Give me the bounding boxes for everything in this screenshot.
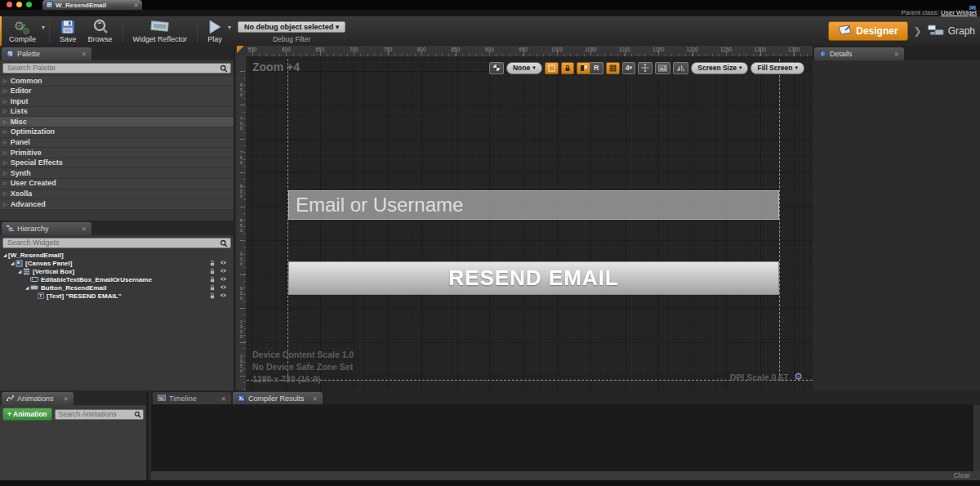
expander-icon[interactable]: ▷ bbox=[3, 106, 7, 117]
palette-category-special-effects[interactable]: ▷Special Effects bbox=[0, 158, 234, 169]
close-window-button[interactable] bbox=[7, 2, 12, 7]
clear-button[interactable]: Clear bbox=[954, 471, 970, 479]
expander-icon[interactable]: ▷ bbox=[3, 127, 7, 137]
palette-category-xsolla[interactable]: ▷Xsolla bbox=[0, 189, 234, 200]
outline-toggle-icon[interactable] bbox=[545, 62, 559, 74]
save-button[interactable]: Save bbox=[54, 16, 82, 46]
expander-icon[interactable]: ▷ bbox=[3, 96, 7, 107]
palette-category-user-created[interactable]: ▷User Created bbox=[0, 179, 234, 189]
hierarchy-row[interactable]: ◢[W_ResendEmail] bbox=[0, 251, 234, 259]
widget-reflector-button[interactable]: Widget Reflector bbox=[127, 16, 194, 46]
designer-canvas-area: 5506006507007508008509009501000105011001… bbox=[237, 46, 813, 390]
expander-icon[interactable]: ▷ bbox=[3, 158, 7, 168]
button-icon bbox=[30, 284, 38, 291]
lock-icon[interactable] bbox=[209, 292, 216, 301]
flip-icon[interactable] bbox=[673, 62, 688, 74]
tree-expander-icon[interactable]: ◢ bbox=[16, 269, 23, 274]
screen-size-dropdown[interactable]: Screen Size ▾ bbox=[691, 62, 748, 74]
hierarchy-item-label: [W_ResendEmail] bbox=[8, 252, 64, 259]
compile-button[interactable]: ⚙⚙✓ Compile bbox=[3, 16, 42, 46]
expander-icon[interactable]: ▷ bbox=[3, 189, 7, 199]
expander-icon[interactable]: ▷ bbox=[3, 76, 7, 87]
expander-icon[interactable]: ▷ bbox=[3, 199, 7, 210]
expander-icon[interactable]: ▷ bbox=[3, 86, 7, 96]
play-options-caret-icon[interactable]: ▾ bbox=[228, 24, 231, 31]
gear-icon[interactable]: ⚙ bbox=[794, 371, 803, 382]
expander-icon[interactable]: ▷ bbox=[3, 168, 7, 179]
palette-category-optimization[interactable]: ▷Optimization bbox=[0, 127, 234, 138]
palette-category-panel[interactable]: ▷Panel bbox=[0, 138, 234, 149]
close-palette-icon[interactable]: ✕ bbox=[81, 51, 87, 58]
ruler-tick-label: 600 bbox=[282, 47, 291, 52]
expander-icon[interactable]: ▷ bbox=[3, 178, 7, 189]
palette-icon bbox=[7, 50, 14, 59]
hierarchy-row[interactable]: ◢[Vertical Box] bbox=[0, 267, 234, 275]
hierarchy-search-input[interactable]: Search Widgets bbox=[2, 238, 231, 248]
fill-screen-dropdown[interactable]: Fill Screen ▾ bbox=[751, 62, 804, 74]
hierarchy-row[interactable]: ◢Button_ResendEmail bbox=[0, 283, 234, 292]
palette-category-misc[interactable]: ▷Misc bbox=[0, 117, 234, 127]
palette-category-input[interactable]: ▷Input bbox=[0, 96, 234, 107]
compiler-output-log[interactable] bbox=[151, 404, 973, 471]
designer-mode-button[interactable]: Designer bbox=[828, 21, 907, 41]
snap-lock-icon[interactable] bbox=[561, 62, 574, 74]
palette-category-label: Lists bbox=[11, 106, 28, 117]
parent-class-link[interactable]: User Widget bbox=[941, 9, 977, 16]
save-icon bbox=[60, 18, 76, 36]
preview-flag-icon[interactable] bbox=[489, 62, 504, 74]
debug-object-dropdown[interactable]: No debug object selected ▾ bbox=[238, 21, 345, 33]
minimize-window-button[interactable] bbox=[16, 2, 22, 7]
preview-editable-textbox[interactable]: Email or Username bbox=[288, 190, 779, 220]
tab-timeline[interactable]: Timeline ✕ bbox=[153, 392, 231, 405]
close-details-icon[interactable]: ✕ bbox=[893, 51, 899, 58]
palette-search-input[interactable]: Search Palette bbox=[2, 63, 231, 74]
browse-button[interactable]: Browse bbox=[82, 16, 118, 46]
preview-image-icon[interactable] bbox=[655, 62, 670, 74]
grid-icon[interactable] bbox=[606, 62, 620, 74]
tab-animations[interactable]: Animations ✕ bbox=[2, 392, 74, 405]
tab-palette[interactable]: Palette ✕ bbox=[2, 47, 91, 60]
eye-icon[interactable] bbox=[220, 292, 227, 301]
tree-expander-icon[interactable]: ◢ bbox=[2, 252, 8, 257]
tab-compiler-results[interactable]: Compiler Results ✕ bbox=[233, 392, 323, 405]
close-animations-icon[interactable]: ✕ bbox=[63, 395, 69, 403]
expander-icon[interactable]: ▷ bbox=[3, 148, 7, 158]
design-canvas[interactable]: Zoom +4 Email or Username RESEND EMAIL D… bbox=[247, 57, 813, 390]
hierarchy-row[interactable]: T[Text] "RESEND EMAIL" bbox=[0, 292, 234, 300]
expander-icon[interactable]: ▷ bbox=[3, 117, 7, 127]
hierarchy-row[interactable]: EditableTextBox_EmailOrUsername bbox=[0, 275, 234, 283]
tab-details[interactable]: i Details ✕ bbox=[814, 47, 904, 60]
palette-category-editor[interactable]: ▷Editor bbox=[0, 87, 234, 97]
palette-category-label: Misc bbox=[11, 117, 27, 127]
palette-category-advanced[interactable]: ▷Advanced bbox=[0, 199, 234, 210]
palette-category-common[interactable]: ▷Common bbox=[0, 76, 234, 87]
rotation-mode-button[interactable]: R bbox=[590, 62, 604, 74]
graph-mode-button[interactable]: Graph bbox=[928, 25, 975, 38]
palette-category-primitive[interactable]: ▷Primitive bbox=[0, 148, 234, 158]
palette-category-synth[interactable]: ▷Synth bbox=[0, 168, 234, 179]
hierarchy-row[interactable]: ◢[Canvas Panel] bbox=[0, 259, 234, 267]
preview-background-dropdown[interactable]: None ▾ bbox=[506, 62, 542, 74]
ruler-tick-label: 700 bbox=[350, 47, 359, 52]
tree-expander-icon[interactable]: ◢ bbox=[24, 285, 30, 290]
close-compiler-icon[interactable]: ✕ bbox=[312, 395, 318, 403]
close-hierarchy-icon[interactable]: ✕ bbox=[81, 225, 87, 233]
palette-category-lists[interactable]: ▷Lists bbox=[0, 107, 234, 118]
tree-expander-icon[interactable]: ◢ bbox=[9, 261, 16, 265]
expander-icon[interactable]: ▷ bbox=[3, 137, 7, 148]
anchor-icon[interactable] bbox=[638, 62, 653, 74]
preview-resend-button[interactable]: RESEND EMAIL bbox=[288, 261, 779, 295]
compiler-results-panel: Timeline ✕ Compiler Results ✕ Clear bbox=[151, 390, 980, 480]
main-area: Palette ✕ Search Palette ▷Common▷Editor▷… bbox=[0, 46, 980, 390]
compile-options-caret-icon[interactable]: ▾ bbox=[42, 24, 45, 31]
widget-snap-icon[interactable] bbox=[577, 62, 590, 74]
grid-size-dropdown[interactable]: 4 ▾ bbox=[622, 62, 636, 74]
close-tab-icon[interactable]: ✕ bbox=[133, 2, 139, 9]
play-button[interactable]: Play bbox=[202, 16, 228, 46]
zoom-window-button[interactable] bbox=[26, 2, 32, 7]
add-animation-button[interactable]: + Animation bbox=[2, 408, 52, 421]
animations-search-input[interactable]: Search Animations bbox=[55, 409, 144, 420]
tab-hierarchy[interactable]: Hierarchy ✕ bbox=[2, 222, 91, 235]
asset-tab[interactable]: W_ResendEmail ✕ bbox=[42, 0, 142, 10]
close-timeline-icon[interactable]: ✕ bbox=[220, 395, 226, 403]
